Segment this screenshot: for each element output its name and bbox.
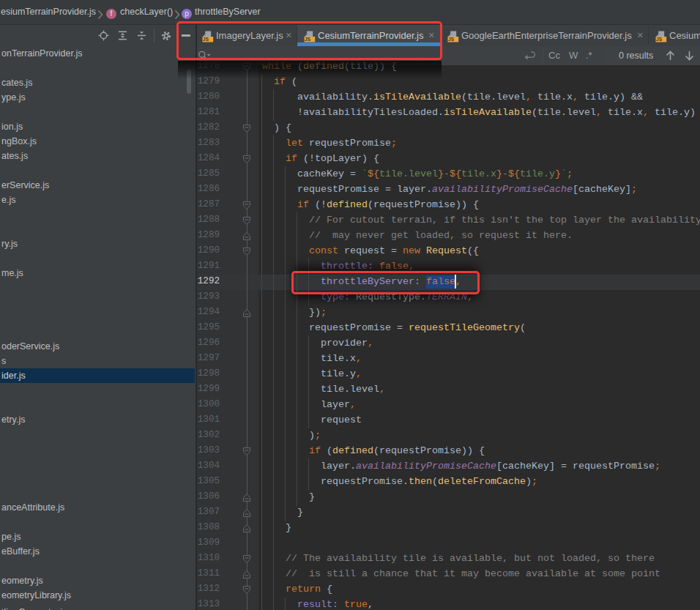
svg-text:JS: JS (656, 37, 663, 42)
svg-text:JS: JS (448, 37, 455, 42)
